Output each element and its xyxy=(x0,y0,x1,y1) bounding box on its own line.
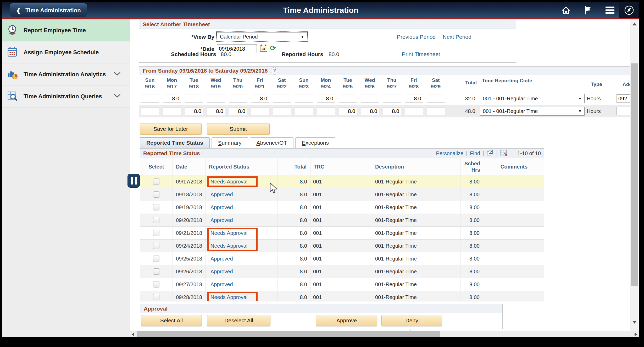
hours-input[interactable] xyxy=(273,107,291,115)
deny-button[interactable]: Deny xyxy=(381,315,442,326)
row-checkbox[interactable] xyxy=(153,217,159,223)
table-row: 09/24/2018Needs Approval8.0001001-Regula… xyxy=(140,240,544,252)
calendar-picker-icon[interactable]: 31 xyxy=(260,44,267,53)
previous-period-link[interactable]: Previous Period xyxy=(397,34,436,40)
back-button[interactable]: ❮ Time Administration xyxy=(10,3,87,17)
hours-input[interactable] xyxy=(141,107,159,115)
home-icon[interactable] xyxy=(561,5,571,15)
status-link[interactable]: Needs Approval xyxy=(210,243,247,249)
save-for-later-button[interactable]: Save for Later xyxy=(140,123,202,135)
horizontal-scrollbar-thumb[interactable] xyxy=(137,331,440,337)
chevron-left-icon: ❮ xyxy=(16,7,21,14)
scroll-left-arrow-icon[interactable] xyxy=(132,333,134,336)
column-header-reported-status: Reported Status xyxy=(206,158,277,175)
row-checkbox[interactable] xyxy=(153,191,159,198)
row-checkbox[interactable] xyxy=(153,204,159,210)
download-to-excel-icon[interactable] xyxy=(500,150,507,157)
status-link[interactable]: Needs Approval xyxy=(210,294,247,300)
row-checkbox[interactable] xyxy=(153,230,159,236)
row-checkbox[interactable] xyxy=(153,178,159,185)
row-checkbox[interactable] xyxy=(153,243,159,249)
row-checkbox[interactable] xyxy=(153,268,159,275)
hours-input[interactable] xyxy=(185,107,203,115)
hours-input[interactable] xyxy=(361,95,379,102)
submit-button[interactable]: Submit xyxy=(207,123,270,135)
hours-input[interactable] xyxy=(317,107,335,115)
hours-input[interactable] xyxy=(405,107,423,115)
scroll-down-arrow-icon[interactable] xyxy=(632,321,637,324)
view-by-select[interactable]: Calendar Period ▼ xyxy=(217,32,307,41)
sidebar-item-report-employee-time[interactable]: Report Employee Time xyxy=(2,19,130,41)
hours-input[interactable] xyxy=(295,95,313,102)
view-all-icon[interactable] xyxy=(487,150,493,157)
select-arrow-icon: ▼ xyxy=(578,109,582,113)
tab-exceptions[interactable]: Exceptions xyxy=(295,137,335,148)
row-checkbox[interactable] xyxy=(153,294,159,300)
personalize-link[interactable]: Personalize xyxy=(436,150,464,156)
hours-input[interactable] xyxy=(317,95,335,102)
sidebar-item-assign-employee-schedule[interactable]: Assign Employee Schedule xyxy=(2,41,130,63)
hours-input[interactable] xyxy=(273,95,291,102)
tab-reported-time-status[interactable]: Reported Time Status xyxy=(140,137,210,148)
status-link[interactable]: Approved xyxy=(210,217,233,223)
hours-input[interactable] xyxy=(163,95,181,102)
help-icon[interactable]: ? xyxy=(271,67,278,75)
tab-summary[interactable]: Summary xyxy=(212,137,248,148)
print-timesheet-link[interactable]: Print Timesheet xyxy=(402,51,440,57)
trc-select[interactable]: 001 - 001-Regular Time ▼ xyxy=(480,94,585,103)
status-link[interactable]: Approved xyxy=(210,204,233,210)
chevron-down-icon[interactable] xyxy=(114,94,121,99)
sidebar-item-time-administration-analytics[interactable]: Time Administration Analytics xyxy=(2,63,130,85)
row-date: 09/28/2018 xyxy=(173,291,206,301)
trc-select[interactable]: 001 - 001-Regular Time ▼ xyxy=(480,107,585,116)
row-checkbox[interactable] xyxy=(153,281,159,288)
scroll-up-arrow-icon[interactable] xyxy=(632,23,637,25)
next-period-link[interactable]: Next Period xyxy=(443,34,471,40)
column-header-total: Total xyxy=(277,158,310,175)
hours-input[interactable] xyxy=(405,95,423,102)
hours-input[interactable] xyxy=(141,95,159,102)
side-drawer-pause-button[interactable] xyxy=(127,174,140,188)
hours-input[interactable] xyxy=(207,107,225,115)
hours-input[interactable] xyxy=(229,107,247,115)
row-checkbox[interactable] xyxy=(153,256,159,262)
hours-input[interactable] xyxy=(251,95,269,102)
menu-icon[interactable] xyxy=(605,5,615,15)
day-column-header: Mon9/24 xyxy=(315,75,337,92)
sidebar-item-time-administration-queries[interactable]: Time Administration Queries xyxy=(2,85,130,107)
find-link[interactable]: Find xyxy=(470,150,480,156)
horizontal-scrollbar[interactable] xyxy=(130,331,639,337)
hours-input[interactable] xyxy=(361,107,379,115)
day-column-header: Mon9/17 xyxy=(161,75,183,92)
scroll-right-arrow-icon[interactable] xyxy=(635,333,637,336)
hours-input[interactable] xyxy=(185,95,203,102)
vertical-scrollbar[interactable] xyxy=(630,19,638,331)
status-link[interactable]: Needs Approval xyxy=(210,230,247,236)
hours-input[interactable] xyxy=(207,95,225,102)
refresh-icon[interactable]: ⟳ xyxy=(270,44,276,52)
hours-input[interactable] xyxy=(427,107,445,115)
hours-input[interactable] xyxy=(339,107,357,115)
status-link[interactable]: Approved xyxy=(210,192,233,198)
hours-input[interactable] xyxy=(339,95,357,102)
status-link[interactable]: Approved xyxy=(210,281,233,288)
status-link[interactable]: Approved xyxy=(210,269,233,275)
status-link[interactable]: Needs Approval xyxy=(210,179,247,185)
hours-input[interactable] xyxy=(229,95,247,102)
select-all-button[interactable]: Select All xyxy=(141,315,202,326)
hours-input[interactable] xyxy=(163,107,181,115)
flag-icon[interactable] xyxy=(583,5,593,15)
hours-input[interactable] xyxy=(427,95,445,102)
tab-absence-ot[interactable]: Absence/OT xyxy=(250,137,294,148)
navbar-compass-icon[interactable] xyxy=(619,2,639,18)
row-sched-hrs: 8.00 xyxy=(460,265,484,278)
hours-input[interactable] xyxy=(383,95,401,102)
vertical-scrollbar-thumb[interactable] xyxy=(631,63,638,286)
hours-input[interactable] xyxy=(295,107,313,115)
hours-input[interactable] xyxy=(251,107,269,115)
chevron-down-icon[interactable] xyxy=(114,72,121,77)
hours-input[interactable] xyxy=(383,107,401,115)
deselect-all-button[interactable]: Deselect All xyxy=(207,315,270,326)
approve-button[interactable]: Approve xyxy=(316,315,377,326)
status-link[interactable]: Approved xyxy=(210,256,233,262)
